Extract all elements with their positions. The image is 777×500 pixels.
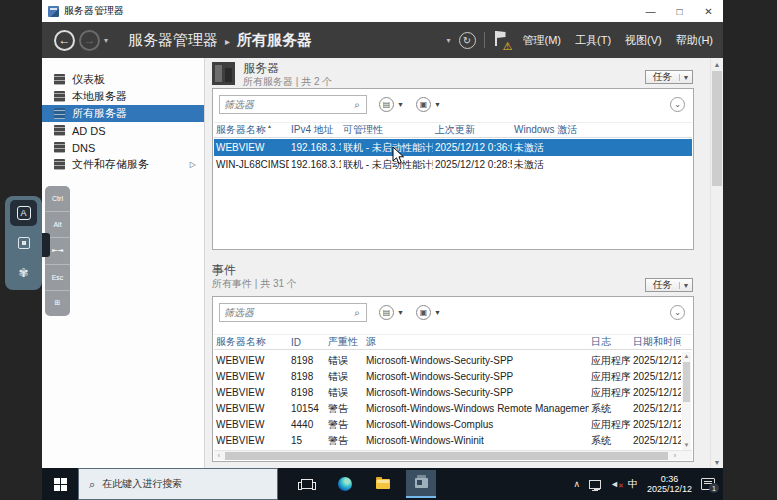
taskbar-search[interactable]: ⌕ 在此键入进行搜索 <box>78 468 278 500</box>
events-view-dropdown[interactable]: ▤▼ <box>379 305 404 320</box>
scroll-up-icon[interactable]: ▲ <box>682 352 691 361</box>
servers-col-1[interactable]: IPv4 地址 <box>289 123 341 137</box>
sidebar-item-3[interactable]: AD DS <box>42 122 204 139</box>
servers-col-4[interactable]: Windows 激活 <box>512 123 622 137</box>
back-button[interactable]: ← <box>54 30 75 51</box>
servers-icon <box>212 62 235 85</box>
events-row-4[interactable]: WEBVIEW4440警告Microsoft-Windows-Complus应用… <box>214 416 692 433</box>
scroll-up-icon[interactable]: ▲ <box>711 58 723 70</box>
maximize-button[interactable]: □ <box>665 0 694 22</box>
close-button[interactable]: ✕ <box>694 0 723 22</box>
events-col-5[interactable]: 日期和时间▴ <box>631 335 681 349</box>
task-view-button[interactable] <box>292 470 322 498</box>
scroll-thumb[interactable] <box>225 452 668 460</box>
search-icon[interactable]: ⌕ <box>348 307 366 319</box>
events-horizontal-scrollbar[interactable]: ‹ › <box>214 450 692 460</box>
sidebar-item-1[interactable]: 本地服务器 <box>42 88 204 105</box>
events-row-2[interactable]: WEBVIEW8198错误Microsoft-Windows-Security-… <box>214 384 692 401</box>
virtual-key-esc[interactable]: Esc <box>45 265 70 291</box>
start-button[interactable] <box>42 468 78 500</box>
servers-cell: 联机 - 未启动性能计数器 <box>341 141 433 155</box>
app-header: ← → ▾ 服务器管理器▸所有服务器 ▾ ↻ ⚠ 管理(M)工具(T)视图(V)… <box>42 22 723 58</box>
events-filter-box: ⌕ <box>219 303 367 322</box>
events-save-dropdown[interactable]: ▣▼ <box>416 305 441 320</box>
events-col-2[interactable]: 严重性 <box>326 335 364 349</box>
events-cell: 应用程序 <box>589 370 631 384</box>
search-icon[interactable]: ⌕ <box>348 99 366 111</box>
events-row-3[interactable]: WEBVIEW10154警告Microsoft-Windows-Windows … <box>214 400 692 417</box>
file-explorer-button[interactable] <box>368 470 398 498</box>
virtual-key-ctrl[interactable]: Ctrl <box>45 186 70 212</box>
events-col-0[interactable]: 服务器名称 <box>214 335 289 349</box>
sidebar-item-5[interactable]: 文件和存储服务▷ <box>42 156 204 173</box>
servers-panel-header: 服务器 所有服务器 | 共 2 个 <box>212 62 332 89</box>
servers-row-1[interactable]: WIN-JL68CIMSDRS192.168.3.14联机 - 未启动性能计数器… <box>214 156 692 173</box>
mute-x-icon: ✕ <box>618 482 624 490</box>
events-cell: 错误 <box>326 370 364 384</box>
menu-item-1[interactable]: 工具(T) <box>575 33 611 48</box>
breadcrumb-root[interactable]: 服务器管理器 <box>128 31 218 48</box>
servers-filter-box: ⌕ <box>219 95 367 114</box>
events-row-0[interactable]: WEBVIEW8198错误Microsoft-Windows-Security-… <box>214 352 692 369</box>
server-manager-taskbar-button[interactable] <box>406 470 436 498</box>
network-icon[interactable] <box>589 480 601 489</box>
events-tasks-button[interactable]: 任务 ▼ <box>645 278 693 292</box>
keyboard-toggle-button[interactable]: A <box>10 200 37 226</box>
nav-dropdown-icon[interactable]: ▾ <box>104 36 108 45</box>
servers-col-0[interactable]: 服务器名称▴ <box>214 123 289 137</box>
servers-cell: 2025/12/12 0:28:53 <box>433 159 512 170</box>
servers-view-dropdown[interactable]: ▤▼ <box>379 97 404 112</box>
fullscreen-button[interactable] <box>10 230 37 256</box>
sidebar-item-4[interactable]: DNS <box>42 139 204 156</box>
scroll-left-icon[interactable]: ‹ <box>214 451 224 461</box>
sidebar-item-2[interactable]: 所有服务器 <box>42 105 204 122</box>
menu-item-3[interactable]: 帮助(H) <box>676 33 713 48</box>
events-cell: WEBVIEW <box>214 371 289 382</box>
list-view-icon: ▤ <box>379 305 394 320</box>
scroll-down-icon[interactable]: ▼ <box>682 441 691 450</box>
ime-indicator[interactable]: 中 <box>628 477 638 491</box>
servers-tasks-button[interactable]: 任务 ▼ <box>645 70 693 84</box>
main-vertical-scrollbar[interactable]: ▲ ▼ <box>710 58 722 468</box>
servers-collapse-icon[interactable]: ⌄ <box>670 97 685 112</box>
events-col-3[interactable]: 源 <box>364 335 589 349</box>
scroll-thumb[interactable] <box>712 71 722 186</box>
servers-filter-input[interactable] <box>220 99 348 110</box>
virtual-key-[interactable]: ⊞ <box>45 291 70 316</box>
menu-item-2[interactable]: 视图(V) <box>625 33 662 48</box>
events-vertical-scrollbar[interactable]: ▲ ▼ <box>682 352 691 450</box>
sidebar-item-label: 文件和存储服务 <box>72 157 149 172</box>
scope-dropdown-icon[interactable]: ▾ <box>446 36 450 45</box>
events-col-1[interactable]: ID <box>289 337 326 348</box>
sidebar-item-0[interactable]: 仪表板 <box>42 71 204 88</box>
menu-item-0[interactable]: 管理(M) <box>523 33 562 48</box>
taskbar: ⌕ 在此键入进行搜索 ∧ ◄✕ 中 0:36 2025/12/12 1 <box>42 468 723 500</box>
servers-row-0[interactable]: WEBVIEW192.168.3.13联机 - 未启动性能计数器2025/12/… <box>214 139 692 156</box>
notification-flag-icon[interactable]: ⚠ <box>493 30 511 50</box>
clock[interactable]: 0:36 2025/12/12 <box>647 474 692 494</box>
edge-button[interactable] <box>330 470 360 498</box>
windows-logo-icon <box>54 478 67 491</box>
volume-muted-icon[interactable]: ◄✕ <box>610 479 619 489</box>
scroll-thumb[interactable] <box>683 362 690 402</box>
events-row-1[interactable]: WEBVIEW8198错误Microsoft-Windows-Security-… <box>214 368 692 385</box>
refresh-icon[interactable]: ↻ <box>459 32 476 49</box>
notification-center-icon[interactable]: 1 <box>701 478 715 490</box>
servers-save-dropdown[interactable]: ▣▼ <box>416 97 441 112</box>
servers-col-3[interactable]: 上次更新 <box>433 123 512 137</box>
scroll-down-icon[interactable]: ▼ <box>711 456 723 468</box>
events-filter-input[interactable] <box>220 307 348 318</box>
events-collapse-icon[interactable]: ⌄ <box>670 305 685 320</box>
scroll-right-icon[interactable]: › <box>670 451 680 461</box>
events-cell: 应用程序 <box>589 386 631 400</box>
events-col-4[interactable]: 日志 <box>589 335 631 349</box>
servers-col-2[interactable]: 可管理性 <box>341 123 433 137</box>
events-row-5[interactable]: WEBVIEW15警告Microsoft-Windows-Wininit系统20… <box>214 432 692 449</box>
servers-panel-subtitle: 所有服务器 | 共 2 个 <box>243 75 332 89</box>
settings-button[interactable]: ✾ <box>10 260 37 286</box>
tray-chevron-icon[interactable]: ∧ <box>573 479 580 489</box>
header-divider <box>484 32 485 48</box>
sidebar-item-label: 所有服务器 <box>72 106 127 121</box>
forward-button[interactable]: → <box>79 30 100 51</box>
minimize-button[interactable]: — <box>636 0 665 22</box>
